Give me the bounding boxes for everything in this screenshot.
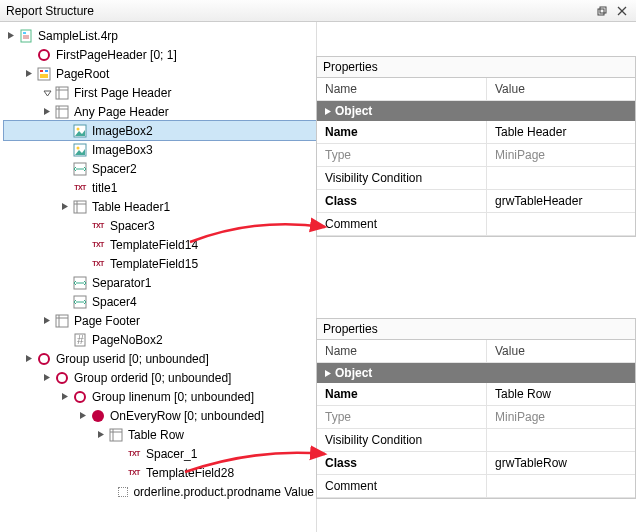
properties-panel-2: Properties Name Value Object NameTable R… bbox=[316, 318, 636, 499]
node-firstpageheader[interactable]: FirstPageHeader [0; 1] bbox=[4, 45, 316, 64]
node-tf14[interactable]: TXTTemplateField14 bbox=[4, 235, 316, 254]
image-icon bbox=[72, 142, 88, 158]
container-icon bbox=[54, 104, 70, 120]
expand-icon[interactable] bbox=[321, 107, 335, 116]
prop-value[interactable] bbox=[487, 213, 635, 235]
node-label: Any Page Header bbox=[72, 105, 171, 119]
svg-rect-31 bbox=[56, 315, 68, 327]
expand-icon[interactable] bbox=[40, 316, 54, 325]
col-value: Value bbox=[487, 78, 635, 100]
expand-icon[interactable] bbox=[58, 392, 72, 401]
text-icon: TXT bbox=[90, 256, 106, 272]
prop-key: Name bbox=[317, 121, 487, 143]
prop-row-comment[interactable]: Comment bbox=[317, 213, 635, 236]
image-icon bbox=[72, 123, 88, 139]
svg-rect-15 bbox=[56, 106, 68, 118]
group-label: Object bbox=[335, 366, 372, 380]
prop-key: Comment bbox=[317, 213, 487, 235]
prop-row-class[interactable]: ClassgrwTableRow bbox=[317, 452, 635, 475]
node-label: ImageBox2 bbox=[90, 124, 155, 138]
prop-row-class[interactable]: ClassgrwTableHeader bbox=[317, 190, 635, 213]
expand-icon[interactable] bbox=[4, 31, 18, 40]
node-pageroot[interactable]: PageRoot bbox=[4, 64, 316, 83]
node-group-orderid[interactable]: Group orderid [0; unbounded] bbox=[4, 368, 316, 387]
node-prodname[interactable]: orderline.product.prodname Value bbox=[4, 482, 316, 501]
node-label: Group userid [0; unbounded] bbox=[54, 352, 211, 366]
svg-rect-9 bbox=[40, 70, 43, 72]
prop-value[interactable] bbox=[487, 475, 635, 497]
expand-icon[interactable] bbox=[58, 202, 72, 211]
restore-icon[interactable] bbox=[594, 3, 610, 19]
expand-icon[interactable] bbox=[40, 107, 54, 116]
node-group-userid[interactable]: Group userid [0; unbounded] bbox=[4, 349, 316, 368]
prop-row-name[interactable]: NameTable Header bbox=[317, 121, 635, 144]
node-root[interactable]: SampleList.4rp bbox=[4, 26, 316, 45]
node-tf28[interactable]: TXTTemplateField28 bbox=[4, 463, 316, 482]
prop-row-type[interactable]: TypeMiniPage bbox=[317, 406, 635, 429]
node-oneveryrow[interactable]: OnEveryRow [0; unbounded] bbox=[4, 406, 316, 425]
prop-value[interactable] bbox=[487, 167, 635, 189]
dot-icon bbox=[90, 408, 106, 424]
prop-row-visibility[interactable]: Visibility Condition bbox=[317, 429, 635, 452]
prop-value: MiniPage bbox=[487, 406, 635, 428]
text-icon: TXT bbox=[126, 446, 142, 462]
container-icon bbox=[54, 85, 70, 101]
prop-key: Visibility Condition bbox=[317, 167, 487, 189]
node-label: Group orderid [0; unbounded] bbox=[72, 371, 233, 385]
ring-icon bbox=[36, 47, 52, 63]
spacer-icon bbox=[72, 161, 88, 177]
node-title1[interactable]: TXTtitle1 bbox=[4, 178, 316, 197]
expand-icon[interactable] bbox=[22, 354, 36, 363]
prop-key: Comment bbox=[317, 475, 487, 497]
close-icon[interactable] bbox=[614, 3, 630, 19]
col-name: Name bbox=[317, 340, 487, 362]
node-first-page-header[interactable]: First Page Header bbox=[4, 83, 316, 102]
node-spacer-1[interactable]: TXTSpacer_1 bbox=[4, 444, 316, 463]
text-icon: TXT bbox=[90, 218, 106, 234]
prop-value[interactable]: grwTableRow bbox=[487, 452, 635, 474]
node-label: FirstPageHeader [0; 1] bbox=[54, 48, 179, 62]
group-label: Object bbox=[335, 104, 372, 118]
container-icon bbox=[72, 199, 88, 215]
node-group-linenum[interactable]: Group linenum [0; unbounded] bbox=[4, 387, 316, 406]
group-object[interactable]: Object bbox=[317, 363, 635, 383]
node-spacer2[interactable]: Spacer2 bbox=[4, 159, 316, 178]
ring-icon bbox=[72, 389, 88, 405]
group-object[interactable]: Object bbox=[317, 101, 635, 121]
svg-rect-5 bbox=[23, 32, 26, 34]
expand-icon[interactable] bbox=[94, 430, 108, 439]
prop-key: Type bbox=[317, 144, 487, 166]
node-tf15[interactable]: TXTTemplateField15 bbox=[4, 254, 316, 273]
node-separator1[interactable]: Separator1 bbox=[4, 273, 316, 292]
page-root-icon bbox=[36, 66, 52, 82]
prop-value[interactable]: Table Header bbox=[487, 121, 635, 143]
expand-icon[interactable] bbox=[40, 373, 54, 382]
node-pagenobox2[interactable]: #PageNoBox2 bbox=[4, 330, 316, 349]
prop-row-name[interactable]: NameTable Row bbox=[317, 383, 635, 406]
node-spacer4[interactable]: Spacer4 bbox=[4, 292, 316, 311]
expand-icon[interactable] bbox=[321, 369, 335, 378]
node-page-footer[interactable]: Page Footer bbox=[4, 311, 316, 330]
prop-row-type[interactable]: TypeMiniPage bbox=[317, 144, 635, 167]
expand-icon[interactable] bbox=[22, 69, 36, 78]
expand-icon[interactable] bbox=[76, 411, 90, 420]
node-imagebox3[interactable]: ImageBox3 bbox=[4, 140, 316, 159]
leaf-icon bbox=[117, 484, 130, 500]
node-label: TemplateField14 bbox=[108, 238, 200, 252]
node-label: Spacer3 bbox=[108, 219, 157, 233]
text-icon: TXT bbox=[126, 465, 142, 481]
prop-row-comment[interactable]: Comment bbox=[317, 475, 635, 498]
node-table-row[interactable]: Table Row bbox=[4, 425, 316, 444]
prop-value[interactable]: Table Row bbox=[487, 383, 635, 405]
collapse-icon[interactable] bbox=[40, 88, 54, 97]
tree-view[interactable]: SampleList.4rp FirstPageHeader [0; 1] Pa… bbox=[0, 22, 316, 532]
prop-row-visibility[interactable]: Visibility Condition bbox=[317, 167, 635, 190]
node-table-header1[interactable]: Table Header1 bbox=[4, 197, 316, 216]
node-spacer3[interactable]: TXTSpacer3 bbox=[4, 216, 316, 235]
node-any-page-header[interactable]: Any Page Header bbox=[4, 102, 316, 121]
prop-value[interactable]: grwTableHeader bbox=[487, 190, 635, 212]
svg-point-19 bbox=[77, 127, 80, 130]
prop-value[interactable] bbox=[487, 429, 635, 451]
node-imagebox2[interactable]: ImageBox2 bbox=[4, 121, 316, 140]
report-file-icon bbox=[18, 28, 34, 44]
